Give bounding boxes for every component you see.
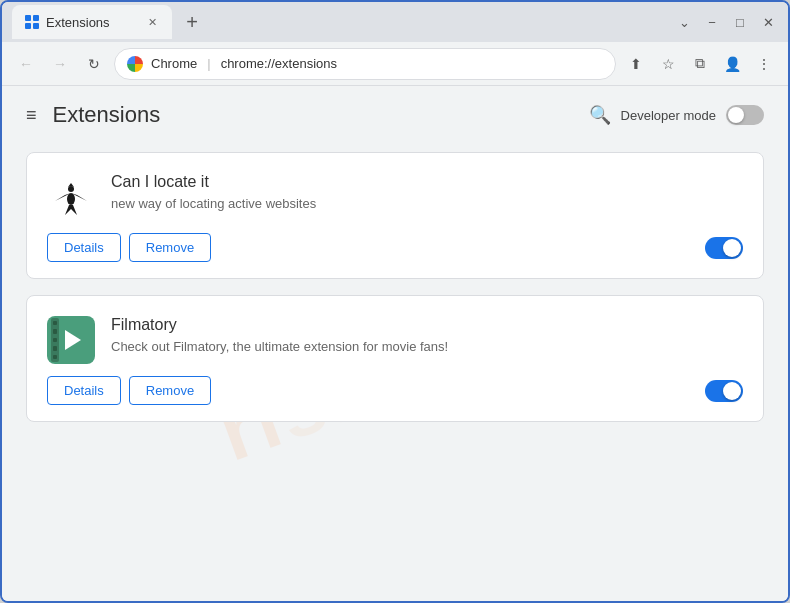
details-button-1[interactable]: Details	[47, 376, 121, 405]
card-toggle-area-0	[705, 237, 743, 259]
browser-window: Extensions ✕ + ⌄ − □ ✕ ← → ↻ Chrome | ch…	[0, 0, 790, 603]
card-top-1: Filmatory Check out Filmatory, the ultim…	[47, 316, 743, 364]
toolbar-icons: ⬆ ☆ ⧉ 👤 ⋮	[622, 50, 778, 78]
extension-icon-1	[47, 316, 95, 364]
nav-bar: ← → ↻ Chrome | chrome://extensions ⬆ ☆ ⧉…	[2, 42, 788, 86]
extension-name-0: Can I locate it	[111, 173, 743, 191]
svg-marker-9	[65, 205, 77, 215]
window-controls: ⌄ − □ ✕	[674, 12, 778, 32]
film-dot	[53, 346, 57, 350]
menu-icon[interactable]: ⋮	[750, 50, 778, 78]
play-icon	[65, 330, 81, 350]
developer-mode-label: Developer mode	[621, 108, 716, 123]
chevron-down-icon[interactable]: ⌄	[674, 12, 694, 32]
developer-mode-area: 🔍 Developer mode	[589, 104, 764, 126]
extension-toggle-1[interactable]	[705, 380, 743, 402]
extension-name-1: Filmatory	[111, 316, 743, 334]
hamburger-menu-button[interactable]: ≡	[26, 105, 37, 126]
minimize-button[interactable]: −	[702, 12, 722, 32]
film-dot	[53, 338, 57, 342]
extensions-header: ≡ Extensions 🔍 Developer mode	[2, 86, 788, 144]
active-tab[interactable]: Extensions ✕	[12, 5, 172, 39]
separator: |	[207, 56, 210, 71]
share-icon[interactable]: ⬆	[622, 50, 650, 78]
card-toggle-area-1	[705, 380, 743, 402]
card-bottom-1: Details Remove	[47, 376, 743, 405]
extension-toggle-0[interactable]	[705, 237, 743, 259]
details-button-0[interactable]: Details	[47, 233, 121, 262]
remove-button-0[interactable]: Remove	[129, 233, 211, 262]
extensions-list: Can I locate it new way of locating acti…	[2, 144, 788, 446]
svg-rect-3	[33, 23, 39, 29]
film-dot	[53, 329, 57, 333]
card-top-0: Can I locate it new way of locating acti…	[47, 173, 743, 221]
developer-mode-toggle[interactable]	[726, 105, 764, 125]
extension-info-0: Can I locate it new way of locating acti…	[111, 173, 743, 213]
chrome-logo-icon	[127, 56, 143, 72]
svg-rect-1	[33, 15, 39, 21]
new-tab-button[interactable]: +	[178, 8, 206, 36]
address-bar[interactable]: Chrome | chrome://extensions	[114, 48, 616, 80]
film-dot	[53, 321, 57, 325]
title-bar: Extensions ✕ + ⌄ − □ ✕	[2, 2, 788, 42]
chrome-label: Chrome	[151, 56, 197, 71]
extension-desc-0: new way of locating active websites	[111, 195, 743, 213]
page-content: rish.com ≡ Extensions 🔍 Developer mode	[2, 86, 788, 601]
bookmark-icon[interactable]: ☆	[654, 50, 682, 78]
card-bottom-0: Details Remove	[47, 233, 743, 262]
filmatory-logo	[47, 316, 95, 364]
close-window-button[interactable]: ✕	[758, 12, 778, 32]
search-icon[interactable]: 🔍	[589, 104, 611, 126]
tab-close-button[interactable]: ✕	[144, 14, 160, 30]
tab-label: Extensions	[46, 15, 110, 30]
svg-rect-0	[25, 15, 31, 21]
extension-info-1: Filmatory Check out Filmatory, the ultim…	[111, 316, 743, 356]
forward-button[interactable]: →	[46, 50, 74, 78]
film-strip	[51, 318, 59, 362]
film-dot	[53, 355, 57, 359]
extension-card-0: Can I locate it new way of locating acti…	[26, 152, 764, 279]
extension-desc-1: Check out Filmatory, the ultimate extens…	[111, 338, 743, 356]
extension-icon-0	[47, 173, 95, 221]
maximize-button[interactable]: □	[730, 12, 750, 32]
page-title: Extensions	[53, 102, 589, 128]
svg-point-4	[67, 193, 75, 205]
svg-rect-2	[25, 23, 31, 29]
remove-button-1[interactable]: Remove	[129, 376, 211, 405]
svg-point-7	[68, 186, 74, 192]
extension-card-1: Filmatory Check out Filmatory, the ultim…	[26, 295, 764, 422]
extensions-icon[interactable]: ⧉	[686, 50, 714, 78]
url-text: chrome://extensions	[221, 56, 337, 71]
profile-icon[interactable]: 👤	[718, 50, 746, 78]
refresh-button[interactable]: ↻	[80, 50, 108, 78]
extension-tab-icon	[24, 14, 40, 30]
back-button[interactable]: ←	[12, 50, 40, 78]
